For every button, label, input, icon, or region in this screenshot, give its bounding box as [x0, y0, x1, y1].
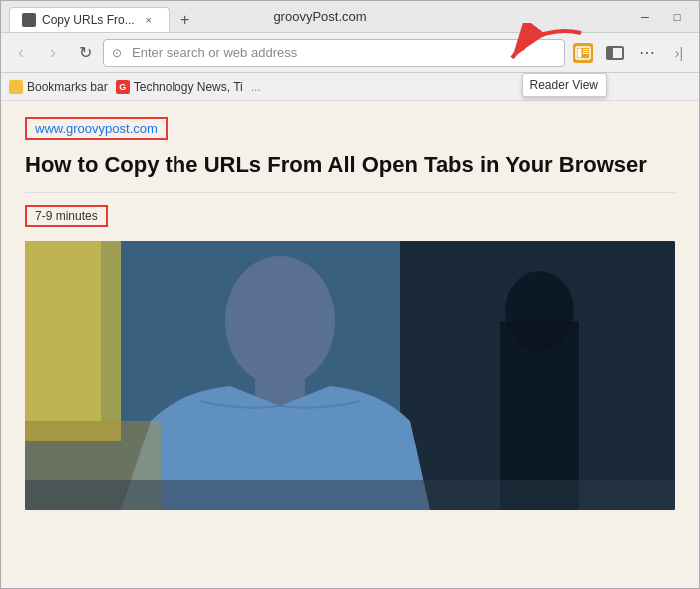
svg-rect-15	[25, 480, 675, 510]
nav-bar-wrapper: ‹ › ↻ ⊙ Enter search or web address	[1, 33, 699, 73]
svg-point-10	[225, 256, 335, 386]
bookmark-item-groovy[interactable]: G Technology News, Ti	[116, 80, 243, 94]
svg-rect-8	[25, 241, 101, 421]
groovy-favicon: G	[116, 80, 130, 94]
more-button[interactable]: ⋯	[633, 39, 661, 67]
svg-rect-1	[578, 48, 582, 57]
site-url-badge[interactable]: www.groovypost.com	[25, 117, 168, 140]
refresh-button[interactable]: ↻	[71, 39, 99, 67]
nav-extra-button[interactable]: ›|	[665, 39, 693, 67]
article-image	[25, 241, 675, 510]
sidebar-icon-left	[608, 48, 613, 58]
bookmarks-folder-icon	[9, 80, 23, 94]
svg-point-13	[505, 271, 574, 351]
tab-close-button[interactable]: ×	[141, 12, 157, 28]
window-controls: ─ □	[631, 3, 691, 31]
bookmark-label: Technology News, Ti	[134, 80, 243, 94]
nav-bar: ‹ › ↻ ⊙ Enter search or web address	[1, 33, 699, 73]
tab-label: Copy URLs Fro...	[42, 13, 135, 27]
address-input[interactable]: Enter search or web address	[132, 45, 556, 60]
address-bar[interactable]: ⊙ Enter search or web address	[103, 39, 565, 67]
tab-favicon	[22, 13, 36, 27]
address-icon: ⊙	[112, 46, 126, 60]
bookmarks-bar-text: Bookmarks bar	[27, 80, 108, 94]
sidebar-button[interactable]	[601, 39, 629, 67]
maximize-button[interactable]: □	[663, 3, 691, 31]
content-area: www.groovypost.com How to Copy the URLs …	[1, 101, 699, 588]
minimize-button[interactable]: ─	[631, 3, 659, 31]
article-title: How to Copy the URLs From All Open Tabs …	[25, 151, 675, 193]
active-tab[interactable]: Copy URLs Fro... ×	[9, 7, 170, 32]
read-time-badge: 7-9 minutes	[25, 205, 108, 227]
bookmark-overflow: ...	[251, 80, 261, 94]
bookmarks-bar-label: Bookmarks bar	[9, 80, 108, 94]
browser-window: Copy URLs Fro... × + groovyPost.com ─ □ …	[0, 0, 700, 589]
back-button[interactable]: ‹	[7, 39, 35, 67]
reader-view-icon	[573, 43, 593, 63]
reader-view-tooltip: Reader View	[522, 73, 607, 97]
reader-view-button[interactable]	[569, 39, 597, 67]
forward-button[interactable]: ›	[39, 39, 67, 67]
browser-title: groovyPost.com	[165, 9, 476, 24]
title-bar: Copy URLs Fro... × + groovyPost.com ─ □	[1, 1, 699, 33]
reader-view-area: Reader View	[569, 39, 597, 67]
sidebar-icon	[606, 46, 624, 60]
